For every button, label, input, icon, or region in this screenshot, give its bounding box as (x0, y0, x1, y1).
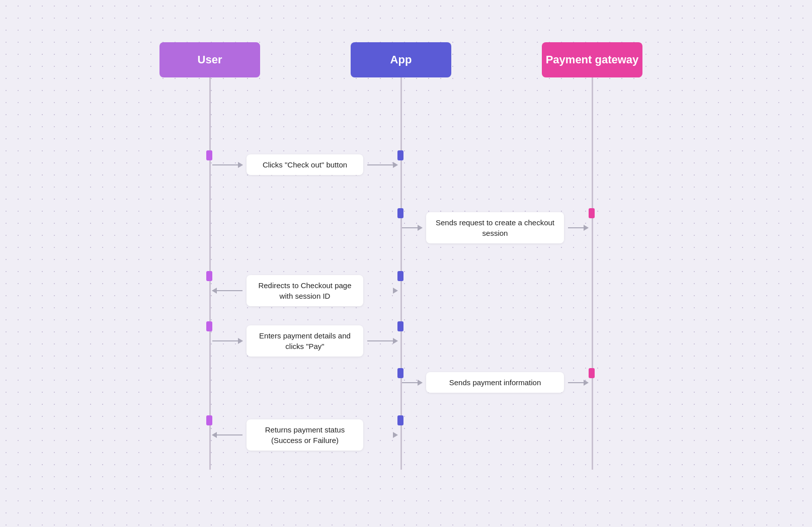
msg5-label: Sends payment information (426, 372, 564, 393)
message-4: Enters payment details and clicks "Pay" (212, 325, 397, 357)
msg4-line-left (212, 340, 242, 341)
msg3-line-right (367, 290, 397, 291)
msg4-label: Enters payment details and clicks "Pay" (247, 325, 363, 357)
app-label: App (390, 53, 412, 66)
msg2-label: Sends request to create a checkout sessi… (426, 212, 564, 243)
msg5-line-right (568, 382, 588, 383)
tick-msg1-user (206, 150, 212, 160)
tick-msg3-user (206, 271, 212, 281)
user-actor: User (159, 42, 260, 77)
msg1-line-left (212, 164, 242, 165)
tick-msg1-app (397, 150, 403, 160)
msg1-label: Clicks "Check out" button (247, 154, 363, 175)
msg1-line-right (367, 164, 397, 165)
message-5: Sends payment information (402, 372, 588, 393)
msg3-label: Redirects to Checkout page with session … (247, 275, 363, 306)
message-2: Sends request to create a checkout sessi… (402, 212, 588, 243)
message-1: Clicks "Check out" button (212, 154, 397, 175)
sequence-diagram: User App Payment gateway Clicks "Check o… (104, 42, 708, 485)
msg2-line-right (568, 227, 588, 228)
app-actor: App (351, 42, 451, 77)
gateway-label: Payment gateway (546, 53, 639, 66)
msg3-line-left (212, 290, 242, 291)
tick-msg3-app (397, 271, 403, 281)
message-3: Redirects to Checkout page with session … (212, 275, 397, 306)
message-6: Returns payment status (Success or Failu… (212, 419, 397, 451)
tick-msg4-user (206, 321, 212, 331)
tick-msg2-gateway (589, 208, 595, 218)
msg6-line-right (367, 434, 397, 435)
tick-msg4-app (397, 321, 403, 331)
msg6-label: Returns payment status (Success or Failu… (247, 419, 363, 451)
msg4-line-right (367, 340, 397, 341)
gateway-actor: Payment gateway (542, 42, 642, 77)
msg5-line-left (402, 382, 422, 383)
user-label: User (198, 53, 222, 66)
gateway-lifeline (592, 77, 593, 470)
msg2-line-left (402, 227, 422, 228)
tick-msg6-user (206, 415, 212, 425)
tick-msg6-app (397, 415, 403, 425)
tick-msg5-gateway (589, 368, 595, 378)
msg6-line-left (212, 434, 242, 435)
